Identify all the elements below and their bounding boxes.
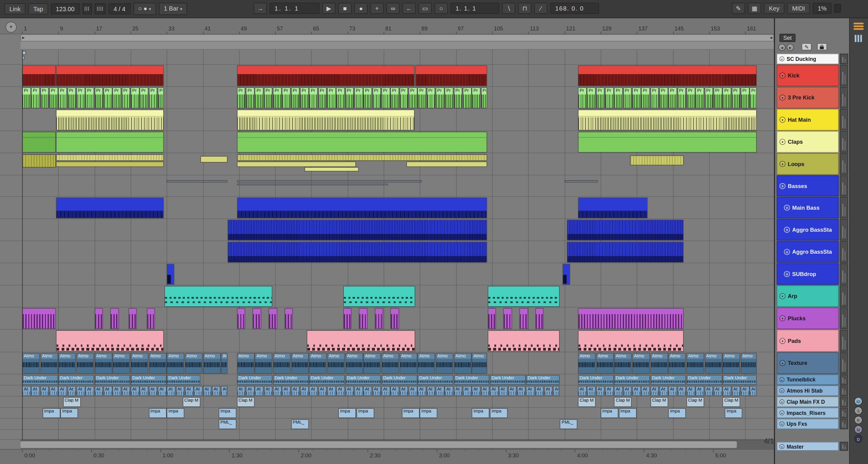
clip-tunnelblick[interactable]: Dark Under: [309, 375, 345, 385]
punch-out-button[interactable]: ∕: [534, 3, 548, 14]
clip-subdrop[interactable]: [562, 264, 570, 285]
clip-impacts-risers[interactable]: Impa: [420, 408, 438, 418]
loop-button[interactable]: ⊓: [518, 3, 531, 14]
link-button[interactable]: Link: [4, 3, 26, 14]
clip-pre-kick[interactable]: Pr: [67, 87, 76, 108]
mixer-view-icon[interactable]: [855, 35, 864, 43]
clip-atmos-hi-stab[interactable]: At: [535, 386, 544, 396]
clip-pre-kick[interactable]: Pr: [650, 87, 659, 108]
clip-pre-kick[interactable]: Pr: [723, 87, 732, 108]
clip-impacts-risers[interactable]: Impa: [167, 408, 185, 418]
track-header-master[interactable]: ▾Master: [777, 442, 839, 451]
clip-pre-kick[interactable]: Pr: [345, 87, 354, 108]
track-fold-icon[interactable]: ▾: [779, 95, 785, 101]
clip-tunnelblick[interactable]: Dark Under: [58, 375, 94, 385]
track-header-kick[interactable]: ▾Kick: [777, 65, 839, 87]
clip-texture[interactable]: Atmo: [686, 353, 704, 374]
clip-pre-kick[interactable]: Pr: [31, 87, 40, 108]
clip-atmos-hi-stab[interactable]: At: [22, 386, 31, 396]
clip-claps[interactable]: [578, 131, 756, 153]
track-header-subdrop[interactable]: ▾SUBdrop: [777, 263, 839, 285]
clip-pre-kick[interactable]: Pr: [427, 87, 435, 108]
clip-pre-kick[interactable]: Pr: [623, 87, 632, 108]
back-to-arrangement-button[interactable]: ←: [402, 3, 415, 14]
clip-pre-kick[interactable]: Pr: [85, 87, 94, 108]
clip-atmos-hi-stab[interactable]: At: [212, 386, 221, 396]
track-fold-icon[interactable]: ▾: [784, 249, 790, 255]
clip-atmos-hi-stab[interactable]: At: [327, 386, 336, 396]
clip-pre-kick[interactable]: Pr: [255, 87, 264, 108]
track-fold-icon[interactable]: ▾: [779, 444, 784, 449]
track-header-arp[interactable]: ▾Arp: [777, 285, 839, 307]
track-lane-basses[interactable]: [0, 175, 774, 197]
track-fold-icon[interactable]: ▾: [779, 139, 785, 145]
clip-pre-kick[interactable]: Pr: [327, 87, 336, 108]
clip-atmos-hi-stab[interactable]: At: [408, 386, 417, 396]
clip-plucks[interactable]: [146, 308, 155, 329]
clip-subdrop[interactable]: [167, 264, 175, 285]
clip-tunnelblick[interactable]: Dark Under: [723, 375, 757, 385]
clip-atmos-hi-stab[interactable]: At: [544, 386, 553, 396]
clip-texture[interactable]: Atmo: [668, 353, 686, 374]
clip-atmos-hi-stab[interactable]: At: [264, 386, 273, 396]
clip-atmos-hi-stab[interactable]: At: [750, 386, 757, 396]
capture-midi-button[interactable]: ∞: [386, 3, 400, 14]
track-header-impacts-risers[interactable]: ▾Impacts_Risers: [777, 408, 839, 418]
clip-ups-fxs[interactable]: PML_: [291, 419, 309, 429]
track-fold-icon[interactable]: ▾: [779, 161, 785, 167]
clip-clap-main-fx[interactable]: Clap M: [578, 397, 596, 407]
clip-aggro-bass-1[interactable]: [228, 219, 487, 240]
clip-plucks[interactable]: [22, 308, 56, 329]
clip-pre-kick[interactable]: Pr: [22, 87, 31, 108]
clip-plucks[interactable]: [578, 308, 684, 329]
clip-atmos-hi-stab[interactable]: At: [158, 386, 166, 396]
clip-impacts-risers[interactable]: Impa: [42, 408, 60, 418]
clip-pre-kick[interactable]: Pr: [372, 87, 381, 108]
clip-atmos-hi-stab[interactable]: At: [85, 386, 94, 396]
clip-tunnelblick[interactable]: Dark Under: [686, 375, 722, 385]
clip-atmos-hi-stab[interactable]: At: [508, 386, 517, 396]
previous-locator-button[interactable]: ◂: [778, 44, 786, 51]
clip-pre-kick[interactable]: Pr: [94, 87, 103, 108]
clip-atmos-hi-stab[interactable]: At: [714, 386, 722, 396]
clip-texture[interactable]: Atmo: [237, 353, 254, 374]
clip-texture[interactable]: Atmo: [435, 353, 453, 374]
clip-tunnelblick[interactable]: Dark Under: [167, 375, 200, 385]
mixer-toggle-io[interactable]: IO: [854, 397, 863, 405]
clip-texture[interactable]: Atmo: [632, 353, 650, 374]
record-button[interactable]: ●: [354, 3, 368, 14]
clip-pre-kick[interactable]: Pr: [686, 87, 695, 108]
clip-texture[interactable]: Atmo: [723, 353, 740, 374]
track-fold-icon[interactable]: ▾: [779, 360, 785, 366]
track-header-basses[interactable]: ▾Basses: [777, 175, 839, 196]
clip-pre-kick[interactable]: Pr: [273, 87, 282, 108]
clip-pre-kick[interactable]: Pr: [49, 87, 58, 108]
clip-atmos-hi-stab[interactable]: At: [553, 386, 559, 396]
clip-atmos-hi-stab[interactable]: At: [237, 386, 246, 396]
track-header-clap-main-fx[interactable]: ▾Clap Main FX D: [777, 397, 839, 407]
clip-pre-kick[interactable]: Pr: [695, 87, 704, 108]
clip-atmos-hi-stab[interactable]: At: [435, 386, 444, 396]
clip-pre-kick[interactable]: Pr: [40, 87, 49, 108]
clip-basses[interactable]: [564, 180, 598, 183]
clip-basses[interactable]: [237, 180, 422, 183]
clip-texture[interactable]: Atmo: [705, 353, 722, 374]
clip-tunnelblick[interactable]: Dark Under: [131, 375, 166, 385]
clip-atmos-hi-stab[interactable]: At: [113, 386, 121, 396]
clip-tunnelblick[interactable]: Dark Under: [578, 375, 614, 385]
set-locator-button[interactable]: Set: [779, 34, 795, 42]
track-header-ups-fxs[interactable]: ▾Ups Fxs: [777, 419, 839, 429]
clip-pre-kick[interactable]: Pr: [408, 87, 417, 108]
clip-hat-main[interactable]: [237, 109, 415, 130]
clip-atmos-hi-stab[interactable]: At: [481, 386, 490, 396]
clip-atmos-hi-stab[interactable]: At: [427, 386, 435, 396]
cpu-meter[interactable]: 1%: [813, 3, 832, 14]
clip-basses[interactable]: [237, 184, 388, 186]
clip-claps[interactable]: [237, 131, 487, 153]
clip-impacts-risers[interactable]: Impa: [668, 408, 686, 418]
clip-pre-kick[interactable]: Pr: [578, 87, 587, 108]
clip-atmos-hi-stab[interactable]: At: [587, 386, 596, 396]
time-ruler[interactable]: 0:000:301:001:302:002:303:003:304:004:30…: [0, 449, 774, 464]
clip-texture[interactable]: Atmo: [185, 353, 203, 374]
clip-texture[interactable]: Atmo: [273, 353, 291, 374]
